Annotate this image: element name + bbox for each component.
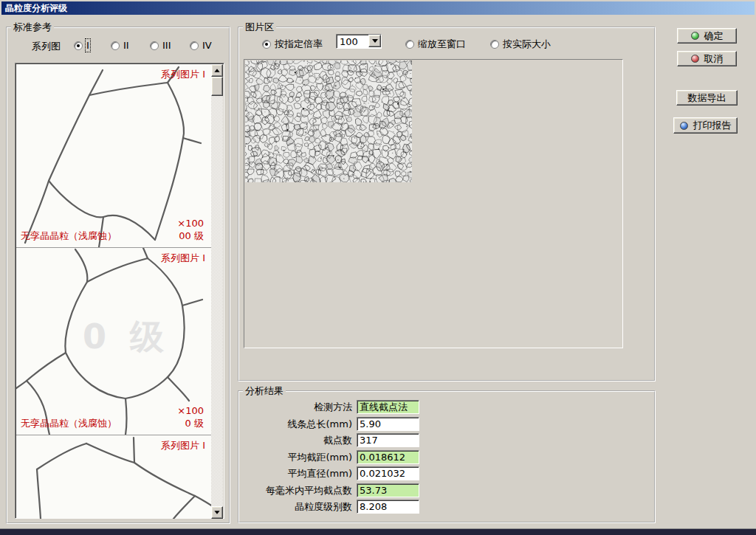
standard-image-item-1[interactable]: 系列图片 I ×100 00 级 无孪晶晶粒（浅腐蚀） [16, 64, 213, 248]
analysis-results-title: 分析结果 [243, 384, 286, 398]
zoom-radio-specified-ratio[interactable]: 按指定倍率 [262, 38, 323, 51]
result-label-method: 检测方法 [190, 400, 352, 415]
series-caption: 系列图片 I [161, 252, 205, 265]
result-field-method[interactable] [357, 400, 419, 414]
picture-area-title: 图片区 [243, 21, 276, 34]
series-radio-1[interactable]: I [74, 40, 89, 51]
title-bar: 晶粒度分析评级 [1, 1, 755, 15]
ok-button[interactable]: 确定 [677, 28, 737, 44]
grain-type-caption: 无孪晶晶粒（浅腐蚀） [21, 229, 117, 243]
result-field-mean-diameter[interactable] [357, 466, 419, 480]
result-label-intercept-count: 截点数 [190, 433, 352, 448]
print-report-button[interactable]: 打印报告 [673, 117, 738, 134]
window-bottom-edge [0, 528, 756, 535]
scroll-up-button[interactable] [211, 64, 223, 77]
standard-reference-title: 标准参考 [11, 21, 54, 34]
radio-circle-icon [405, 40, 414, 49]
radio-circle-icon [74, 41, 83, 50]
chevron-down-icon [372, 39, 378, 43]
series-radio-4[interactable]: IV [190, 40, 212, 51]
series-caption: 系列图片 I [161, 68, 205, 81]
data-export-button[interactable]: 数据导出 [676, 90, 738, 106]
zoom-radio-fit-window[interactable]: 缩放至窗口 [405, 38, 466, 51]
radio-circle-icon [490, 40, 499, 49]
result-field-mean-intercept[interactable] [357, 450, 419, 464]
zoom-radio-actual-size[interactable]: 按实际大小 [490, 38, 551, 51]
result-label-grain-size-number: 晶粒度级别数 [190, 500, 352, 514]
series-chart-label: 系列图 [32, 40, 61, 53]
cancel-button[interactable]: 取消 [677, 51, 737, 66]
series-radio-2[interactable]: II [111, 40, 129, 51]
magnification-combobox[interactable]: 100 [336, 34, 382, 49]
radio-circle-icon [262, 40, 271, 49]
micrograph-image [245, 61, 412, 182]
result-field-intercepts-per-mm[interactable] [357, 483, 419, 497]
radio-circle-icon [111, 41, 120, 50]
print-blue-sphere-icon [680, 122, 688, 130]
radio-circle-icon [150, 41, 159, 50]
result-field-intercept-count[interactable] [357, 433, 419, 447]
radio-circle-icon [190, 41, 199, 50]
series-radio-3[interactable]: III [150, 40, 171, 51]
scroll-thumb[interactable] [211, 77, 223, 96]
magnification-value: 100 [340, 35, 358, 48]
result-field-grain-size-number[interactable] [357, 500, 419, 514]
result-label-mean-diameter: 平均直径(mm) [190, 466, 352, 481]
ok-green-sphere-icon [691, 32, 699, 40]
result-label-mean-intercept: 平均截距(mm) [190, 450, 352, 465]
scroll-up-icon [214, 69, 219, 72]
result-label-total-line-length: 线条总长(mm) [190, 417, 352, 432]
window-title: 晶粒度分析评级 [5, 3, 67, 13]
result-field-total-line-length[interactable] [357, 417, 419, 431]
magnification-caption: ×100 [177, 218, 204, 229]
grade-caption: 00 级 [179, 229, 204, 243]
combo-dropdown-button[interactable] [368, 35, 381, 47]
result-label-intercepts-per-mm: 每毫米内平均截点数 [190, 483, 352, 498]
cancel-red-sphere-icon [691, 55, 699, 63]
